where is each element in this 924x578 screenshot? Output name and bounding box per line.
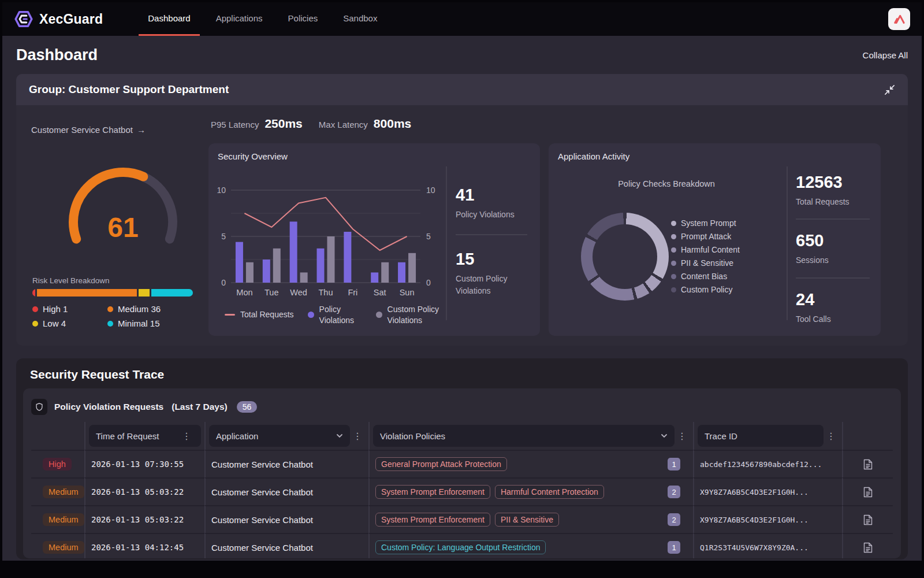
- latency-value-1: 800ms: [374, 117, 411, 131]
- row-3-severity[interactable]: Medium: [31, 533, 84, 558]
- legend-total-requests: Total Requests: [225, 309, 294, 320]
- divider: [456, 234, 527, 235]
- collapse-group-icon[interactable]: [884, 84, 895, 95]
- svg-text:Sat: Sat: [374, 288, 386, 297]
- column-filter-trace-id[interactable]: Trace ID: [698, 425, 824, 447]
- violation-requests-table: Time of Request⋮Application⋮Violation Po…: [31, 422, 893, 558]
- application-name: Customer Service Chatbot: [211, 487, 313, 497]
- risk-legend-label: Medium 36: [118, 304, 161, 314]
- column-filter-time-of-request[interactable]: Time of Request⋮: [89, 425, 201, 447]
- document-icon[interactable]: [863, 514, 873, 525]
- security-request-trace-title: Security Request Trace: [16, 358, 908, 388]
- divider: [796, 277, 870, 279]
- tool-calls-value: 24: [796, 290, 870, 309]
- nav-item-sandbox[interactable]: Sandbox: [334, 2, 386, 36]
- risk-bar-segment-minimal: [151, 289, 193, 297]
- column-header-trace-id: Trace ID⋮: [693, 422, 842, 450]
- red-mountain-icon: [892, 12, 907, 27]
- row-1-severity[interactable]: Medium: [31, 477, 84, 505]
- divider: [796, 218, 870, 220]
- row-2-actions: [842, 505, 893, 533]
- column-filter-violation-policies[interactable]: Violation Policies: [373, 425, 675, 447]
- risk-legend-label: High 1: [43, 304, 68, 314]
- row-2-policies[interactable]: System Prompt EnforcementPII & Sensitive…: [368, 505, 693, 533]
- column-menu-icon[interactable]: ⋮: [179, 431, 194, 442]
- row-1-application[interactable]: Customer Service Chatbot: [204, 477, 368, 505]
- chevron-down-icon[interactable]: [661, 433, 668, 438]
- group-card: Group: Customer Support Department Custo…: [16, 74, 908, 346]
- trace-id-value: X9Y8Z7A6B5C4D3E2F1G0H...: [700, 488, 808, 497]
- document-icon[interactable]: [863, 542, 873, 553]
- row-0-trace-id[interactable]: abcdef1234567890abcdef12...: [693, 450, 842, 477]
- tool-calls-label: Tool Calls: [796, 313, 870, 325]
- trace-id-value: Q1R2S3T4U5V6W7X8Y9Z0A...: [700, 543, 808, 552]
- column-menu-icon[interactable]: ⋮: [824, 431, 839, 442]
- app-link-label: Customer Service Chatbot: [31, 125, 133, 135]
- svg-text:10: 10: [217, 186, 226, 195]
- risk-legend-label: Low 4: [43, 318, 66, 328]
- nav-item-policies[interactable]: Policies: [279, 2, 327, 36]
- policy-violations-label: Policy Violations: [456, 209, 527, 220]
- row-3-trace-id[interactable]: Q1R2S3T4U5V6W7X8Y9Z0A...: [693, 533, 842, 558]
- application-activity-title: Application Activity: [558, 151, 629, 161]
- row-1-trace-id[interactable]: X9Y8Z7A6B5C4D3E2F1G0H...: [693, 477, 842, 505]
- row-2-trace-id[interactable]: X9Y8Z7A6B5C4D3E2F1G0H...: [693, 505, 842, 533]
- column-header-violation-policies: Violation Policies⋮: [368, 422, 693, 450]
- corner-app-button[interactable]: [888, 8, 910, 30]
- document-icon[interactable]: [863, 459, 873, 470]
- risk-legend-minimal: Minimal 15: [107, 318, 194, 328]
- severity-badge-medium: Medium: [43, 541, 84, 554]
- row-0-application[interactable]: Customer Service Chatbot: [204, 450, 368, 477]
- policy-pill: Custom Policy: Language Output Restricti…: [375, 540, 546, 554]
- request-time: 2026-01-13 04:12:45: [91, 543, 184, 552]
- security-overview-card: Security Overview 00551010MonTueWedThuFr…: [208, 143, 540, 336]
- dot-swatch: [308, 312, 314, 318]
- legend-dot: [671, 247, 676, 253]
- row-3-actions: [842, 533, 893, 558]
- row-3-application[interactable]: Customer Service Chatbot: [204, 533, 368, 558]
- nav-item-applications[interactable]: Applications: [207, 2, 272, 36]
- row-0-time[interactable]: 2026-01-13 07:30:55: [84, 450, 204, 477]
- legend-label: Total Requests: [240, 309, 294, 320]
- row-0-severity[interactable]: High: [31, 450, 84, 477]
- row-2-application[interactable]: Customer Service Chatbot: [204, 505, 368, 533]
- row-0-policies[interactable]: General Prompt Attack Protection1: [368, 450, 693, 477]
- chevron-down-icon[interactable]: [336, 433, 343, 438]
- column-label: Application: [216, 431, 258, 441]
- application-name: Customer Service Chatbot: [211, 460, 313, 469]
- security-overview-title: Security Overview: [218, 151, 288, 161]
- risk-bar-segment-low: [139, 289, 150, 297]
- nav-item-dashboard[interactable]: Dashboard: [139, 2, 199, 36]
- application-name: Customer Service Chatbot: [211, 543, 313, 553]
- policy-violations-value: 41: [456, 185, 527, 205]
- policy-checks-donut: [581, 213, 669, 301]
- row-3-policies[interactable]: Custom Policy: Language Output Restricti…: [368, 533, 693, 558]
- column-menu-icon[interactable]: ⋮: [675, 431, 690, 442]
- legend-dot: [671, 274, 676, 279]
- custom-policy-violations-label: Custom Policy Violations: [456, 273, 527, 297]
- risk-bar-segment-high: [32, 289, 35, 297]
- row-1-policies[interactable]: System Prompt EnforcementHarmful Content…: [368, 477, 693, 505]
- row-3-time[interactable]: 2026-01-13 04:12:45: [84, 533, 204, 558]
- risk-score-gauge: 61: [57, 158, 189, 253]
- group-title: Group: Customer Support Department: [29, 83, 229, 96]
- panel-title: Policy Violation Requests: [54, 402, 163, 412]
- donut-legend-label: Harmful Content: [681, 245, 740, 254]
- brand[interactable]: XecGuard: [14, 9, 103, 29]
- legend-dot: [671, 287, 676, 292]
- xecguard-logo-icon: [14, 9, 33, 29]
- row-2-time[interactable]: 2026-01-13 05:03:22: [84, 505, 204, 533]
- collapse-all-button[interactable]: Collapse All: [863, 50, 908, 60]
- legend-dot: [32, 306, 38, 312]
- column-label: Time of Request: [96, 431, 159, 441]
- column-filter-application[interactable]: Application: [209, 425, 350, 447]
- row-1-time[interactable]: 2026-01-13 05:03:22: [84, 477, 204, 505]
- customer-service-chatbot-link[interactable]: Customer Service Chatbot →: [31, 125, 146, 135]
- security-overview-legend: Total RequestsPolicy ViolationsCustom Po…: [225, 304, 448, 326]
- document-icon[interactable]: [863, 487, 873, 498]
- arrow-right-icon: →: [137, 125, 146, 135]
- column-menu-icon[interactable]: ⋮: [350, 431, 365, 442]
- nav-items: DashboardApplicationsPoliciesSandbox: [139, 2, 386, 36]
- app-window: XecGuard DashboardApplicationsPoliciesSa…: [2, 2, 922, 561]
- row-2-severity[interactable]: Medium: [31, 505, 84, 533]
